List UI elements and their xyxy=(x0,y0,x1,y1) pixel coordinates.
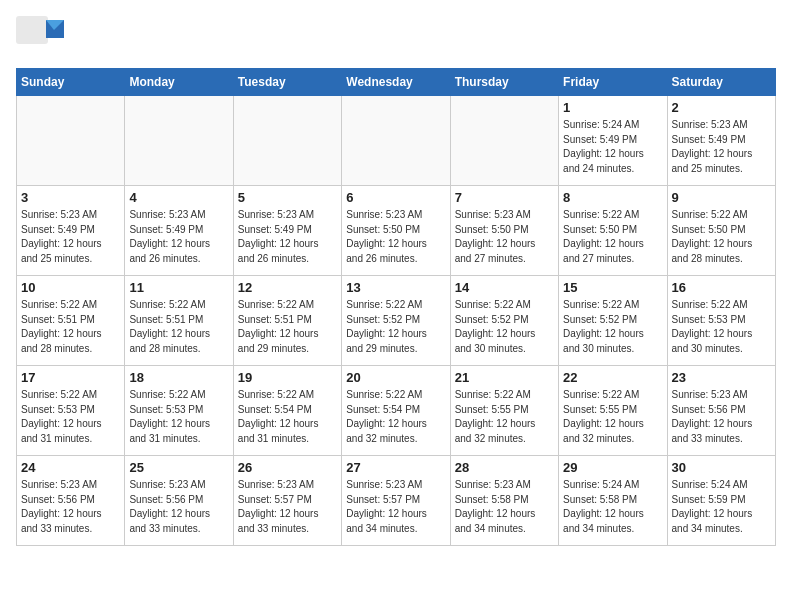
calendar-cell: 13Sunrise: 5:22 AM Sunset: 5:52 PM Dayli… xyxy=(342,276,450,366)
day-number: 25 xyxy=(129,460,228,475)
day-info: Sunrise: 5:22 AM Sunset: 5:54 PM Dayligh… xyxy=(346,388,445,446)
calendar-cell: 12Sunrise: 5:22 AM Sunset: 5:51 PM Dayli… xyxy=(233,276,341,366)
calendar-cell: 23Sunrise: 5:23 AM Sunset: 5:56 PM Dayli… xyxy=(667,366,775,456)
day-number: 3 xyxy=(21,190,120,205)
day-info: Sunrise: 5:22 AM Sunset: 5:51 PM Dayligh… xyxy=(129,298,228,356)
calendar-header: SundayMondayTuesdayWednesdayThursdayFrid… xyxy=(17,69,776,96)
day-number: 17 xyxy=(21,370,120,385)
calendar-cell: 17Sunrise: 5:22 AM Sunset: 5:53 PM Dayli… xyxy=(17,366,125,456)
day-number: 19 xyxy=(238,370,337,385)
calendar-cell: 9Sunrise: 5:22 AM Sunset: 5:50 PM Daylig… xyxy=(667,186,775,276)
day-number: 13 xyxy=(346,280,445,295)
day-number: 14 xyxy=(455,280,554,295)
day-number: 1 xyxy=(563,100,662,115)
calendar-cell: 1Sunrise: 5:24 AM Sunset: 5:49 PM Daylig… xyxy=(559,96,667,186)
weekday-header-monday: Monday xyxy=(125,69,233,96)
calendar-cell: 5Sunrise: 5:23 AM Sunset: 5:49 PM Daylig… xyxy=(233,186,341,276)
day-info: Sunrise: 5:23 AM Sunset: 5:49 PM Dayligh… xyxy=(129,208,228,266)
calendar-cell: 18Sunrise: 5:22 AM Sunset: 5:53 PM Dayli… xyxy=(125,366,233,456)
day-number: 27 xyxy=(346,460,445,475)
day-number: 26 xyxy=(238,460,337,475)
calendar-cell xyxy=(233,96,341,186)
day-number: 22 xyxy=(563,370,662,385)
day-number: 20 xyxy=(346,370,445,385)
day-number: 21 xyxy=(455,370,554,385)
day-number: 30 xyxy=(672,460,771,475)
day-number: 12 xyxy=(238,280,337,295)
day-number: 9 xyxy=(672,190,771,205)
day-info: Sunrise: 5:22 AM Sunset: 5:53 PM Dayligh… xyxy=(672,298,771,356)
weekday-header-saturday: Saturday xyxy=(667,69,775,96)
calendar-cell xyxy=(17,96,125,186)
page-header xyxy=(16,16,776,56)
day-number: 28 xyxy=(455,460,554,475)
calendar-cell: 10Sunrise: 5:22 AM Sunset: 5:51 PM Dayli… xyxy=(17,276,125,366)
day-info: Sunrise: 5:23 AM Sunset: 5:57 PM Dayligh… xyxy=(346,478,445,536)
day-info: Sunrise: 5:23 AM Sunset: 5:49 PM Dayligh… xyxy=(21,208,120,266)
calendar-cell: 14Sunrise: 5:22 AM Sunset: 5:52 PM Dayli… xyxy=(450,276,558,366)
calendar-week-3: 17Sunrise: 5:22 AM Sunset: 5:53 PM Dayli… xyxy=(17,366,776,456)
day-info: Sunrise: 5:22 AM Sunset: 5:55 PM Dayligh… xyxy=(455,388,554,446)
calendar-cell: 27Sunrise: 5:23 AM Sunset: 5:57 PM Dayli… xyxy=(342,456,450,546)
day-info: Sunrise: 5:23 AM Sunset: 5:58 PM Dayligh… xyxy=(455,478,554,536)
svg-rect-0 xyxy=(16,16,48,44)
calendar-week-2: 10Sunrise: 5:22 AM Sunset: 5:51 PM Dayli… xyxy=(17,276,776,366)
day-number: 6 xyxy=(346,190,445,205)
day-number: 7 xyxy=(455,190,554,205)
day-info: Sunrise: 5:23 AM Sunset: 5:57 PM Dayligh… xyxy=(238,478,337,536)
day-info: Sunrise: 5:22 AM Sunset: 5:53 PM Dayligh… xyxy=(21,388,120,446)
calendar-cell: 4Sunrise: 5:23 AM Sunset: 5:49 PM Daylig… xyxy=(125,186,233,276)
calendar-cell: 25Sunrise: 5:23 AM Sunset: 5:56 PM Dayli… xyxy=(125,456,233,546)
weekday-header-thursday: Thursday xyxy=(450,69,558,96)
calendar-cell: 15Sunrise: 5:22 AM Sunset: 5:52 PM Dayli… xyxy=(559,276,667,366)
day-info: Sunrise: 5:24 AM Sunset: 5:49 PM Dayligh… xyxy=(563,118,662,176)
day-number: 11 xyxy=(129,280,228,295)
calendar-cell: 11Sunrise: 5:22 AM Sunset: 5:51 PM Dayli… xyxy=(125,276,233,366)
day-info: Sunrise: 5:23 AM Sunset: 5:49 PM Dayligh… xyxy=(238,208,337,266)
calendar-cell: 6Sunrise: 5:23 AM Sunset: 5:50 PM Daylig… xyxy=(342,186,450,276)
calendar-cell: 29Sunrise: 5:24 AM Sunset: 5:58 PM Dayli… xyxy=(559,456,667,546)
weekday-header-friday: Friday xyxy=(559,69,667,96)
weekday-header-sunday: Sunday xyxy=(17,69,125,96)
day-number: 15 xyxy=(563,280,662,295)
day-number: 2 xyxy=(672,100,771,115)
day-info: Sunrise: 5:22 AM Sunset: 5:55 PM Dayligh… xyxy=(563,388,662,446)
day-number: 16 xyxy=(672,280,771,295)
calendar-cell: 22Sunrise: 5:22 AM Sunset: 5:55 PM Dayli… xyxy=(559,366,667,456)
day-number: 23 xyxy=(672,370,771,385)
day-number: 29 xyxy=(563,460,662,475)
day-info: Sunrise: 5:22 AM Sunset: 5:51 PM Dayligh… xyxy=(238,298,337,356)
day-number: 8 xyxy=(563,190,662,205)
calendar-cell: 19Sunrise: 5:22 AM Sunset: 5:54 PM Dayli… xyxy=(233,366,341,456)
day-info: Sunrise: 5:22 AM Sunset: 5:52 PM Dayligh… xyxy=(563,298,662,356)
day-info: Sunrise: 5:22 AM Sunset: 5:52 PM Dayligh… xyxy=(346,298,445,356)
calendar-cell: 20Sunrise: 5:22 AM Sunset: 5:54 PM Dayli… xyxy=(342,366,450,456)
day-number: 18 xyxy=(129,370,228,385)
day-info: Sunrise: 5:22 AM Sunset: 5:50 PM Dayligh… xyxy=(672,208,771,266)
day-number: 24 xyxy=(21,460,120,475)
calendar-cell: 16Sunrise: 5:22 AM Sunset: 5:53 PM Dayli… xyxy=(667,276,775,366)
calendar-cell: 26Sunrise: 5:23 AM Sunset: 5:57 PM Dayli… xyxy=(233,456,341,546)
day-info: Sunrise: 5:23 AM Sunset: 5:50 PM Dayligh… xyxy=(346,208,445,266)
day-info: Sunrise: 5:24 AM Sunset: 5:58 PM Dayligh… xyxy=(563,478,662,536)
calendar-week-1: 3Sunrise: 5:23 AM Sunset: 5:49 PM Daylig… xyxy=(17,186,776,276)
day-info: Sunrise: 5:23 AM Sunset: 5:56 PM Dayligh… xyxy=(129,478,228,536)
day-number: 4 xyxy=(129,190,228,205)
calendar-cell xyxy=(125,96,233,186)
calendar-cell: 21Sunrise: 5:22 AM Sunset: 5:55 PM Dayli… xyxy=(450,366,558,456)
calendar-cell: 28Sunrise: 5:23 AM Sunset: 5:58 PM Dayli… xyxy=(450,456,558,546)
day-info: Sunrise: 5:23 AM Sunset: 5:56 PM Dayligh… xyxy=(672,388,771,446)
calendar-week-0: 1Sunrise: 5:24 AM Sunset: 5:49 PM Daylig… xyxy=(17,96,776,186)
calendar-cell xyxy=(450,96,558,186)
weekday-header-wednesday: Wednesday xyxy=(342,69,450,96)
day-info: Sunrise: 5:22 AM Sunset: 5:54 PM Dayligh… xyxy=(238,388,337,446)
calendar-cell xyxy=(342,96,450,186)
day-info: Sunrise: 5:22 AM Sunset: 5:53 PM Dayligh… xyxy=(129,388,228,446)
day-info: Sunrise: 5:23 AM Sunset: 5:56 PM Dayligh… xyxy=(21,478,120,536)
logo-icon xyxy=(16,16,64,56)
day-info: Sunrise: 5:23 AM Sunset: 5:50 PM Dayligh… xyxy=(455,208,554,266)
day-info: Sunrise: 5:22 AM Sunset: 5:51 PM Dayligh… xyxy=(21,298,120,356)
day-number: 10 xyxy=(21,280,120,295)
calendar-cell: 3Sunrise: 5:23 AM Sunset: 5:49 PM Daylig… xyxy=(17,186,125,276)
day-info: Sunrise: 5:24 AM Sunset: 5:59 PM Dayligh… xyxy=(672,478,771,536)
